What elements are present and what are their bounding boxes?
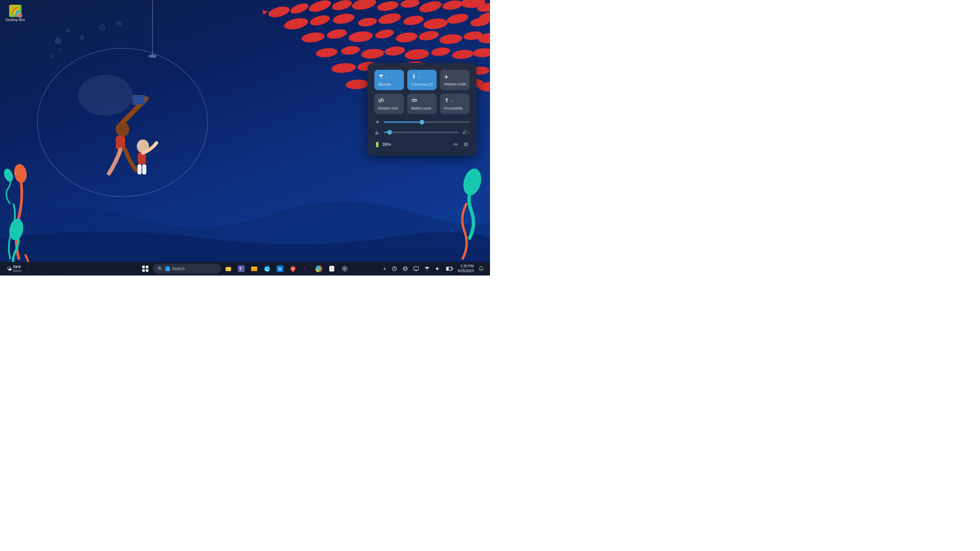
svg-text:T: T — [239, 267, 242, 272]
volume-slider-fill — [384, 132, 390, 133]
quick-settings-grid: › Michelle › Connected (2) — [374, 70, 469, 114]
volume-icon: 🔈 — [374, 130, 380, 135]
weather-condition: Sunny — [13, 269, 22, 272]
taskbar-right: ∧ — [381, 263, 486, 274]
weather-icon: 🌤 — [7, 266, 11, 272]
svg-text:🛍: 🛍 — [278, 266, 282, 272]
rotation-lock-tile-label: Rotation lock — [379, 106, 401, 110]
accessibility-icon — [444, 98, 450, 105]
taskbar-app-store[interactable]: 🛍 — [275, 263, 285, 274]
volume-slider-track[interactable] — [384, 132, 459, 133]
volume-systray-icon[interactable] — [433, 265, 443, 273]
bluetooth-icon — [411, 74, 416, 81]
taskbar-app-notepad[interactable] — [326, 263, 337, 274]
svg-point-79 — [381, 78, 382, 79]
bluetooth-tile[interactable]: › Connected (2) — [407, 70, 437, 90]
svg-marker-118 — [436, 267, 438, 271]
system-tray-overflow[interactable]: ∧ — [381, 265, 388, 272]
weather-temp: 73°F — [13, 265, 22, 269]
svg-rect-95 — [251, 267, 254, 268]
vpn-icon[interactable] — [401, 265, 410, 273]
taskbar-left: 🌤 73°F Sunny — [4, 264, 24, 274]
svg-rect-80 — [381, 99, 382, 100]
clock-date: 6/25/2023 — [458, 269, 474, 273]
volume-device-icon[interactable]: 🔊 › — [462, 130, 469, 135]
desktop-icon-label: Desktop files — [5, 18, 25, 22]
brightness-slider-track[interactable] — [384, 121, 469, 123]
bluetooth-arrow-icon: › — [418, 75, 420, 79]
taskbar-app-files[interactable] — [223, 263, 234, 274]
svg-rect-86 — [142, 266, 145, 268]
battery-saver-tile-label: Battery saver — [411, 106, 434, 110]
battery-icon: 🔋 — [374, 142, 380, 147]
svg-rect-89 — [146, 269, 149, 272]
system-clock[interactable]: 1:30 PM 6/25/2023 — [456, 263, 475, 274]
taskbar-app-chrome[interactable] — [313, 263, 324, 274]
brightness-slider-thumb — [420, 120, 424, 124]
taskbar-app-filemanager[interactable] — [249, 263, 259, 274]
taskbar-app-edge[interactable] — [262, 263, 272, 274]
svg-rect-94 — [251, 268, 257, 271]
airplane-tile-inner: ✈ — [444, 74, 467, 80]
svg-rect-120 — [447, 267, 449, 270]
battery-saver-icon — [411, 98, 417, 105]
brightness-icon: ☀ — [374, 119, 380, 125]
search-bar[interactable]: 🔍 Search — [153, 264, 221, 274]
svg-rect-114 — [414, 267, 418, 270]
desktop-files-icon[interactable]: 🌈 Desktop files — [3, 3, 27, 24]
brightness-slider-fill — [384, 121, 422, 123]
start-button[interactable] — [140, 263, 151, 274]
accessibility-arrow-icon: › — [452, 98, 453, 103]
battery-saver-tile[interactable]: Battery saver — [407, 94, 437, 114]
svg-point-117 — [427, 270, 427, 271]
rotation-lock-tile-inner — [379, 98, 401, 105]
battery-saver-tile-inner — [411, 98, 434, 105]
wifi-tile[interactable]: › Michelle — [374, 70, 404, 90]
battery-info: 🔋 39% — [374, 142, 391, 147]
accessibility-tile[interactable]: › Accessibility — [440, 94, 469, 114]
folder-icon: 🌈 — [9, 5, 21, 17]
svg-rect-88 — [142, 269, 145, 272]
bluetooth-tile-inner: › — [411, 74, 434, 81]
network-activity-icon[interactable] — [390, 265, 399, 273]
taskbar-center: 🔍 Search T — [140, 263, 350, 274]
brightness-slider-row: ☀ — [374, 119, 469, 125]
wifi-icon — [379, 74, 384, 81]
search-icon: 🔍 — [158, 266, 163, 272]
quick-settings-panel: › Michelle › Connected (2) — [368, 63, 476, 156]
taskbar-app-teams[interactable]: T — [236, 263, 247, 274]
qs-action-buttons: ✏ ⚙ — [452, 140, 469, 149]
accessibility-tile-label: Accessibility — [444, 106, 467, 110]
rotation-lock-tile[interactable]: Rotation lock — [374, 94, 404, 114]
accessibility-tile-inner: › — [444, 98, 467, 105]
taskbar-app-antivirus[interactable] — [288, 263, 298, 274]
wifi-systray-icon[interactable] — [422, 265, 432, 273]
search-label: Search — [172, 266, 185, 271]
clock-time: 1:30 PM — [460, 264, 474, 269]
notification-button[interactable] — [476, 264, 486, 273]
weather-widget[interactable]: 🌤 73°F Sunny — [4, 264, 24, 274]
taskbar-app-settings[interactable] — [339, 263, 350, 274]
weather-info: 73°F Sunny — [13, 265, 22, 272]
svg-point-96 — [264, 266, 270, 272]
wifi-tile-label: Michelle — [379, 83, 401, 86]
airplane-tile-label: Airplane mode — [444, 82, 467, 86]
bluetooth-tile-label: Connected (2) — [411, 83, 434, 86]
battery-row: 🔋 39% ✏ ⚙ — [374, 140, 469, 149]
settings-quick-settings-button[interactable]: ⚙ — [462, 140, 469, 149]
display-icon[interactable] — [411, 265, 421, 273]
edit-quick-settings-button[interactable]: ✏ — [452, 140, 460, 149]
battery-systray-icon[interactable] — [444, 265, 455, 272]
svg-rect-87 — [146, 266, 149, 268]
svg-point-104 — [318, 268, 320, 270]
taskbar-app-onenote[interactable]: L — [301, 263, 311, 274]
wifi-tile-inner: › — [379, 74, 401, 81]
volume-slider-row: 🔈 🔊 › — [374, 130, 469, 135]
svg-point-109 — [344, 268, 346, 270]
volume-slider-thumb — [387, 130, 392, 135]
svg-point-85 — [447, 98, 447, 99]
airplane-tile[interactable]: ✈ Airplane mode — [440, 70, 469, 90]
icon-badge — [18, 14, 22, 18]
desktop: 🌈 Desktop files › — [0, 0, 490, 275]
taskbar: 🌤 73°F Sunny 🔍 — [0, 262, 490, 275]
